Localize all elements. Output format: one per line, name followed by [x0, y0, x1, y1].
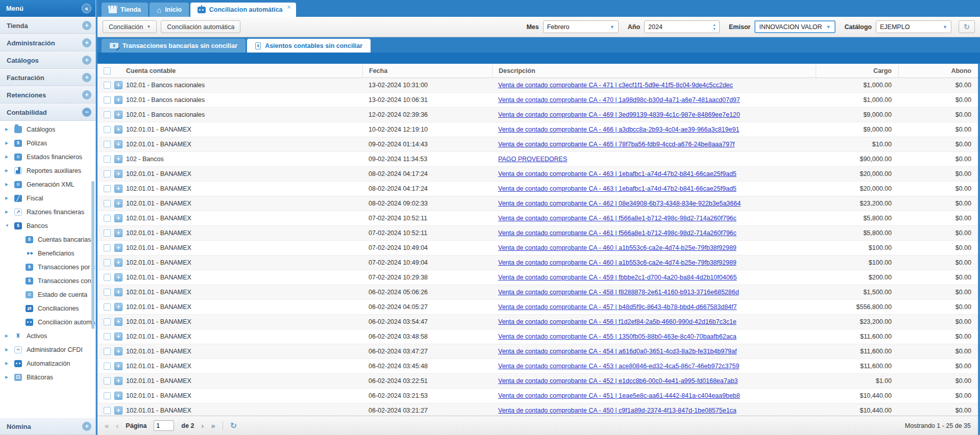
spin-down-icon[interactable]: ▼ — [713, 27, 716, 31]
description-link[interactable]: PAGO PROVEEDORES — [498, 156, 567, 163]
subtab-transacciones-bancarias[interactable]: Transacciones bancarias sin conciliar — [102, 39, 246, 53]
page-input[interactable] — [154, 420, 174, 431]
row-checkbox[interactable] — [104, 348, 111, 355]
column-header-cuenta[interactable]: Cuenta contable — [126, 67, 362, 74]
row-expand-button[interactable] — [114, 155, 122, 163]
row-expand-button[interactable] — [114, 229, 122, 237]
tree-expand-arrow-icon[interactable] — [5, 141, 10, 145]
description-link[interactable]: Venta de contado comprobante CA - 469 | … — [498, 111, 740, 118]
row-checkbox[interactable] — [104, 392, 111, 399]
row-expand-button[interactable] — [114, 125, 122, 134]
description-link[interactable]: Venta de contado comprobante CA - 463 | … — [498, 170, 737, 177]
row-expand-button[interactable] — [114, 303, 122, 311]
section-toggle-icon[interactable] — [82, 38, 91, 47]
row-checkbox[interactable] — [104, 185, 111, 192]
conciliacion-automatica-button[interactable]: Conciliación automática — [161, 20, 240, 33]
sidebar-section-nomina[interactable]: Nómina — [0, 418, 95, 435]
sidebar-tree-item[interactable]: Fiscal — [0, 191, 95, 205]
row-checkbox[interactable] — [104, 303, 111, 311]
description-link[interactable]: Venta de contado comprobante CA - 465 | … — [498, 141, 734, 148]
description-link[interactable]: Venta de contado comprobante CA - 458 | … — [498, 289, 739, 296]
description-link[interactable]: Venta de contado comprobante CA - 466 | … — [498, 126, 739, 133]
row-expand-button[interactable] — [114, 259, 122, 267]
row-checkbox[interactable] — [104, 244, 111, 251]
row-checkbox[interactable] — [104, 377, 111, 385]
row-checkbox[interactable] — [104, 407, 111, 414]
column-header-descripcion[interactable]: Descripción — [492, 64, 816, 78]
tree-expand-arrow-icon[interactable] — [5, 223, 10, 228]
sidebar-tree-item[interactable]: Bancos — [0, 219, 95, 233]
row-expand-button[interactable] — [114, 170, 122, 178]
description-link[interactable]: Venta de contado comprobante CA - 461 | … — [498, 229, 737, 237]
row-expand-button[interactable] — [114, 377, 122, 385]
tree-expand-arrow-icon[interactable] — [5, 155, 10, 159]
sidebar-tree-item[interactable]: Activos — [0, 329, 95, 343]
section-toggle-icon[interactable] — [82, 422, 91, 431]
grid-refresh-button[interactable]: ↻ — [230, 422, 237, 430]
description-link[interactable]: Venta de contado comprobante CA - 462 | … — [498, 200, 741, 207]
sidebar-section[interactable]: Tienda — [0, 17, 95, 34]
tree-expand-arrow-icon[interactable] — [5, 375, 10, 379]
last-page-button[interactable]: » — [211, 422, 215, 429]
row-expand-button[interactable] — [114, 81, 122, 89]
prev-page-button[interactable]: ‹ — [116, 422, 118, 429]
row-expand-button[interactable] — [114, 288, 122, 296]
sidebar-tree-item[interactable]: Bitácoras — [0, 370, 95, 384]
section-toggle-icon[interactable] — [82, 73, 91, 82]
row-checkbox[interactable] — [104, 156, 111, 163]
sidebar-collapse-icon[interactable]: « — [82, 4, 91, 13]
description-link[interactable]: Venta de contado comprobante CA - 456 | … — [498, 318, 737, 325]
sidebar-scrollbar-thumb[interactable] — [91, 181, 94, 329]
description-link[interactable]: Venta de contado comprobante CA - 455 | … — [498, 333, 737, 340]
row-expand-button[interactable] — [114, 96, 122, 104]
description-link[interactable]: Venta de contado comprobante CA - 460 | … — [498, 259, 737, 266]
tree-expand-arrow-icon[interactable] — [5, 182, 10, 187]
tab-tienda[interactable]: Tienda — [102, 3, 148, 17]
sidebar-section[interactable]: Contabilidad — [0, 104, 95, 121]
sidebar-tree-item[interactable]: Estados financieros — [0, 150, 95, 164]
mes-select[interactable]: Febrero ▼ — [543, 20, 619, 33]
column-header-cargo[interactable]: Cargo — [816, 64, 898, 78]
sidebar-section[interactable]: Administración — [0, 34, 95, 52]
row-expand-button[interactable] — [114, 392, 122, 400]
row-checkbox[interactable] — [104, 82, 111, 89]
tree-expand-arrow-icon[interactable] — [5, 168, 10, 173]
sidebar-tree-item[interactable]: Beneficiarios — [0, 246, 95, 260]
sidebar-tree-item[interactable]: Conciliación automá — [0, 315, 95, 329]
row-checkbox[interactable] — [104, 333, 111, 340]
sidebar-tree-item[interactable]: Cuentas bancarias — [0, 233, 95, 246]
row-checkbox[interactable] — [104, 259, 111, 266]
description-link[interactable]: Venta de contado comprobante CA - 461 | … — [498, 215, 737, 222]
description-link[interactable]: Venta de contado comprobante CA - 463 | … — [498, 185, 737, 192]
row-checkbox[interactable] — [104, 141, 111, 148]
section-toggle-icon[interactable] — [82, 56, 91, 65]
sidebar-section[interactable]: Retenciones — [0, 86, 95, 104]
tree-expand-arrow-icon[interactable] — [5, 196, 10, 200]
sidebar-section[interactable]: Catálogos — [0, 52, 95, 69]
tab-conciliacion-automatica[interactable]: Conciliacion automática × — [190, 3, 296, 17]
row-expand-button[interactable] — [114, 406, 122, 415]
catalogo-select[interactable]: EJEMPLO ▼ — [876, 20, 951, 33]
description-link[interactable]: Venta de contado comprobante CA - 452 | … — [498, 377, 738, 385]
description-link[interactable]: Venta de contado comprobante CA - 450 | … — [498, 407, 737, 414]
row-expand-button[interactable] — [114, 244, 122, 252]
row-checkbox[interactable] — [104, 200, 111, 207]
sidebar-tree-item[interactable]: Transacciones conc — [0, 274, 95, 288]
sidebar-tree-item[interactable]: Razones financieras — [0, 205, 95, 219]
emisor-select[interactable]: INNOVACION VALOR ▼ — [754, 20, 835, 33]
description-link[interactable]: Venta de contado comprobante CA - 470 | … — [498, 96, 740, 104]
spin-up-icon[interactable]: ▲ — [713, 23, 716, 27]
tab-inicio[interactable]: Inicio — [150, 3, 189, 17]
section-toggle-icon[interactable] — [82, 90, 91, 99]
row-expand-button[interactable] — [114, 185, 122, 193]
tree-expand-arrow-icon[interactable] — [5, 361, 10, 366]
tree-expand-arrow-icon[interactable] — [5, 334, 10, 338]
row-expand-button[interactable] — [114, 273, 122, 282]
subtab-asientos-contables[interactable]: Asientos contables sin conciliar — [247, 39, 371, 53]
tree-expand-arrow-icon[interactable] — [5, 127, 10, 132]
description-link[interactable]: Venta de contado comprobante CA - 453 | … — [498, 363, 739, 370]
row-expand-button[interactable] — [114, 362, 122, 370]
row-expand-button[interactable] — [114, 214, 122, 222]
row-expand-button[interactable] — [114, 111, 122, 119]
row-checkbox[interactable] — [104, 363, 111, 370]
